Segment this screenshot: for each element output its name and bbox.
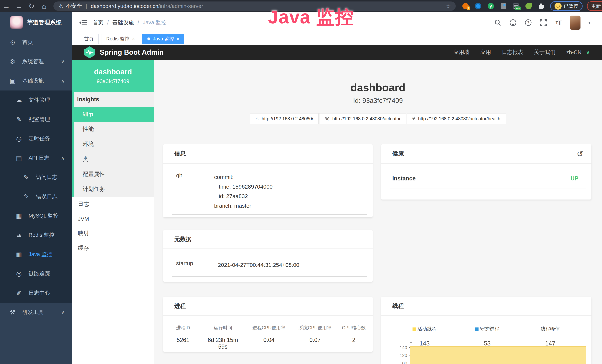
sba-nav-wallboard[interactable]: 应用墙 [453,49,469,56]
chevron-down-icon: ∨ [61,310,64,315]
help-icon[interactable]: ? [524,19,532,27]
fullscreen-icon[interactable] [539,19,548,27]
page-annotation: Java 监控 [268,5,354,30]
address-bar[interactable]: ⚠ 不安全 | dashboard.yudao.iocoder.cn/infra… [54,1,456,11]
sidebar-item-jobs[interactable]: ◷ 定时任务 [0,129,72,148]
home-icon: ⌂ [256,116,259,122]
sidebar-item-java-monitor[interactable]: ▥ Java 监控 [0,245,72,264]
sba-item-details[interactable]: 细节 [72,107,154,122]
actuator-url-chip[interactable]: ⚒ http://192.168.0.2:48080/actuator [319,113,406,124]
extension-list-icon[interactable]: on [512,3,519,10]
health-panel: 健康 ↺ Instance UP [381,144,591,200]
sba-item-jvm[interactable]: JVM [72,211,154,226]
sidebar-item-redis[interactable]: ≋ Redis 监控 [0,225,72,245]
tag-tabs-bar: 首页 Redis 监控 × Java 监控 × [72,33,602,45]
sba-item-environment[interactable]: 环境 [74,137,154,152]
extension-orange-icon[interactable]: 1 [462,3,469,10]
sba-logo-icon[interactable] [84,46,95,59]
hamburger-icon[interactable] [79,19,87,27]
sba-sidebar: dashboard 93a3fc7f7409 Insights 细节 性能 环境… [72,60,154,364]
col-header: 运行时间 [203,325,243,331]
extension-leaf-icon[interactable] [525,3,532,10]
sba-item-classes[interactable]: 类 [74,152,154,167]
sidebar-item-label: Redis 监控 [29,231,54,239]
col-header: 进程ID [163,325,203,331]
extension-pin-icon[interactable] [475,3,482,10]
admin-title: 芋道管理系统 [27,19,62,26]
sidebar-item-system[interactable]: ⚙ 系统管理 ∨ [0,52,72,71]
sba-nav-applications[interactable]: 应用 [480,49,491,56]
sidebar-item-api-log[interactable]: ▤ API 日志 ∧ [0,148,72,168]
bookmark-star-icon[interactable]: ☆ [445,2,451,10]
legend-label: 守护进程 [456,326,519,332]
threads-area-chart [410,346,586,364]
clock-icon: ◷ [15,135,23,142]
sba-item-scheduled-tasks[interactable]: 计划任务 [74,182,154,197]
sba-item-config-props[interactable]: 配置属性 [74,167,154,182]
extension-grid-icon[interactable] [500,3,507,10]
sidebar-item-mysql[interactable]: ▦ MySQL 监控 [0,206,72,225]
user-avatar[interactable] [570,16,580,30]
browser-home-icon[interactable]: ⌂ [38,2,50,11]
sidebar-item-error-log[interactable]: ✎ 错误日志 [0,187,72,206]
tab-java-monitor[interactable]: Java 监控 × [142,34,184,44]
instance-id-line: Id: 93a3fc7f7409 [154,97,602,105]
chevron-up-icon: ∧ [61,78,64,84]
col-value: 6d 23h 15m 59s [203,337,243,350]
wrench-icon: ⚒ [325,116,329,122]
sidebar-item-access-log[interactable]: ✎ 访问日志 [0,168,72,187]
process-panel: 进程 进程ID 5261 运行时间 6d 23h 15m 59s 进程CPU使用… [163,297,373,352]
extensions-puzzle-icon[interactable] [538,3,545,10]
col-value: 0.07 [295,337,335,343]
sidebar-item-infra[interactable]: ▣ 基础设施 ∧ [0,71,72,90]
service-url-chip[interactable]: ⌂ http://192.168.0.2:48080/ [250,113,319,124]
info-panel: 信息 git commit: time: 1596289704000 id: 2… [163,144,373,217]
browser-forward-icon[interactable]: → [13,2,25,11]
browser-reload-icon[interactable]: ↻ [25,2,38,11]
sidebar-item-label: Java 监控 [29,251,52,258]
legend-live-threads: 活动线程 143 [393,326,456,347]
metadata-panel-title: 元数据 [163,230,373,249]
search-icon[interactable] [494,19,502,27]
y-axis-tick-label: 100 [392,361,407,364]
chrome-update-button[interactable]: 更新 ⋮ [587,1,602,11]
browser-back-icon[interactable]: ← [0,2,13,11]
sba-nav-journal[interactable]: 日志报表 [502,49,523,56]
edit-icon: ✎ [15,116,23,123]
breadcrumb-current: Java 监控 [143,19,166,26]
sba-item-logs[interactable]: 日志 [72,197,154,211]
sidebar-item-log-center[interactable]: ✐ 日志中心 [0,283,72,303]
sidebar-item-home[interactable]: ⊙ 首页 [0,33,72,52]
tab-home[interactable]: 首页 [79,34,99,44]
avatar-caret-icon[interactable]: ▼ [588,21,591,25]
close-icon[interactable]: × [132,36,135,42]
info-row: git commit: time: 1596289704000 id: 27aa… [163,164,373,211]
row-divider [172,276,367,277]
sba-brand-title[interactable]: Spring Boot Admin [100,48,164,56]
sidebar-item-config[interactable]: ✎ 配置管理 [0,110,72,129]
close-icon[interactable]: × [177,36,179,42]
breadcrumb-home[interactable]: 首页 [93,19,103,26]
profile-paused-pill[interactable]: ☺ 已暂停 [550,1,582,11]
history-icon[interactable]: ↺ [577,150,583,159]
sba-item-mappings[interactable]: 映射 [72,226,154,241]
extension-y-icon[interactable]: y [487,3,494,10]
sba-item-caches[interactable]: 缓存 [72,241,154,255]
breadcrumb-infra[interactable]: 基础设施 [112,19,134,26]
monitor-icon: ▣ [9,77,17,85]
tab-redis-monitor[interactable]: Redis 监控 × [101,34,140,44]
layers-icon: ≋ [15,231,23,239]
sidebar-item-files[interactable]: ☁ 文件管理 [0,90,72,110]
sidebar-item-tracing[interactable]: ◎ 链路追踪 [0,264,72,283]
sba-item-metrics[interactable]: 性能 [74,122,154,137]
legend-value: 53 [456,340,519,347]
sba-instance-header[interactable]: dashboard 93a3fc7f7409 [72,60,154,92]
health-url-chip[interactable]: ♥ http://192.168.0.2:48080/actuator/heal… [407,113,506,124]
sidebar-item-label: 定时任务 [29,135,50,142]
github-icon[interactable] [509,19,517,27]
sba-nav-about[interactable]: 关于我们 [534,49,556,56]
sidebar-item-dev-tools[interactable]: ⚒ 研发工具 ∨ [0,303,72,322]
admin-logo[interactable]: 芋道管理系统 [0,12,72,33]
sba-locale-select[interactable]: zh-CN [566,49,581,55]
font-size-icon[interactable]: TT [555,19,563,27]
